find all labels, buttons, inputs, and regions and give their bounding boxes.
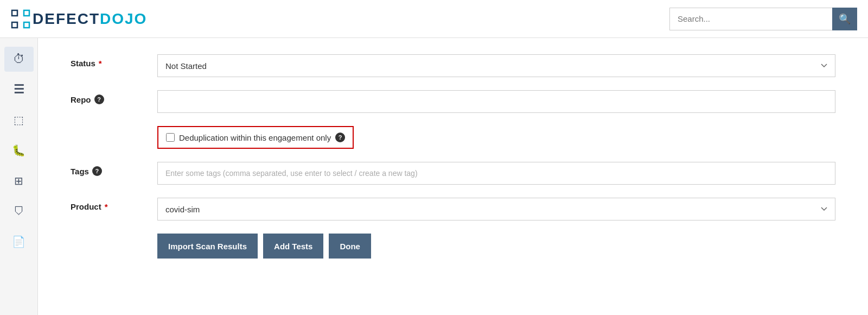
status-select[interactable]: Not Started In Progress Completed On Hol…	[157, 54, 835, 77]
sidebar-item-engagements[interactable]: ☰	[4, 77, 34, 102]
sidebar-item-inbox[interactable]: ⬚	[4, 108, 34, 133]
search-icon: 🔍	[839, 13, 851, 25]
svg-rect-2	[12, 22, 17, 28]
sidebar-item-grid[interactable]: ⊞	[4, 168, 34, 193]
status-label: Status*	[71, 54, 157, 68]
svg-rect-0	[12, 10, 17, 16]
status-row: Status* Not Started In Progress Complete…	[71, 54, 835, 77]
sidebar-item-dashboard[interactable]: ⏱	[4, 47, 34, 72]
status-control-wrapper: Not Started In Progress Completed On Hol…	[157, 54, 835, 77]
repo-row: Repo ?	[71, 90, 835, 113]
main-content: Status* Not Started In Progress Complete…	[38, 38, 868, 315]
app-header: DEFECTDOJO 🔍	[0, 0, 868, 38]
svg-rect-3	[24, 22, 29, 28]
tags-help-icon[interactable]: ?	[92, 166, 102, 176]
list-icon: ☰	[14, 83, 24, 97]
repo-label: Repo ?	[71, 90, 157, 104]
dashboard-icon: ⏱	[13, 52, 25, 66]
bug-icon: 🐛	[12, 144, 25, 157]
product-control-wrapper: covid-sim	[157, 198, 835, 220]
import-scan-results-button[interactable]: Import Scan Results	[157, 234, 258, 259]
tags-row: Tags ?	[71, 162, 835, 185]
product-row: Product* covid-sim	[71, 198, 835, 220]
logo-icon	[11, 9, 30, 29]
grid-icon: ⊞	[14, 174, 23, 187]
search-button[interactable]: 🔍	[832, 8, 857, 30]
done-button[interactable]: Done	[329, 234, 371, 259]
search-container: 🔍	[669, 8, 857, 30]
tags-label: Tags ?	[71, 162, 157, 176]
repo-help-icon[interactable]: ?	[94, 94, 104, 104]
org-icon: ⛉	[14, 205, 24, 218]
sidebar: ⏱ ☰ ⬚ 🐛 ⊞ ⛉ 📄	[0, 38, 38, 315]
dedup-wrapper[interactable]: Deduplication within this engagement onl…	[157, 126, 354, 149]
dedup-checkbox[interactable]	[166, 133, 175, 142]
logo-wordmark: DEFECTDOJO	[33, 10, 147, 28]
sidebar-item-bugs[interactable]: 🐛	[4, 138, 34, 163]
form-actions: Import Scan Results Add Tests Done	[157, 234, 835, 259]
svg-rect-1	[24, 10, 29, 16]
repo-input[interactable]	[157, 90, 835, 113]
logo: DEFECTDOJO	[11, 9, 147, 29]
search-input[interactable]	[669, 8, 832, 30]
tags-input[interactable]	[157, 162, 835, 185]
add-tests-button[interactable]: Add Tests	[263, 234, 323, 259]
sidebar-item-org[interactable]: ⛉	[4, 199, 34, 224]
inbox-icon: ⬚	[14, 114, 24, 127]
sidebar-item-docs[interactable]: 📄	[4, 229, 34, 254]
product-label: Product*	[71, 198, 157, 211]
app-layout: ⏱ ☰ ⬚ 🐛 ⊞ ⛉ 📄 Status* Not St	[0, 38, 868, 315]
product-select[interactable]: covid-sim	[157, 198, 835, 220]
dedup-row: Deduplication within this engagement onl…	[71, 126, 835, 149]
repo-control-wrapper	[157, 90, 835, 113]
dedup-label: Deduplication within this engagement onl…	[179, 133, 331, 142]
tags-control-wrapper	[157, 162, 835, 185]
docs-icon: 📄	[12, 235, 25, 248]
dedup-help-icon[interactable]: ?	[335, 133, 345, 142]
